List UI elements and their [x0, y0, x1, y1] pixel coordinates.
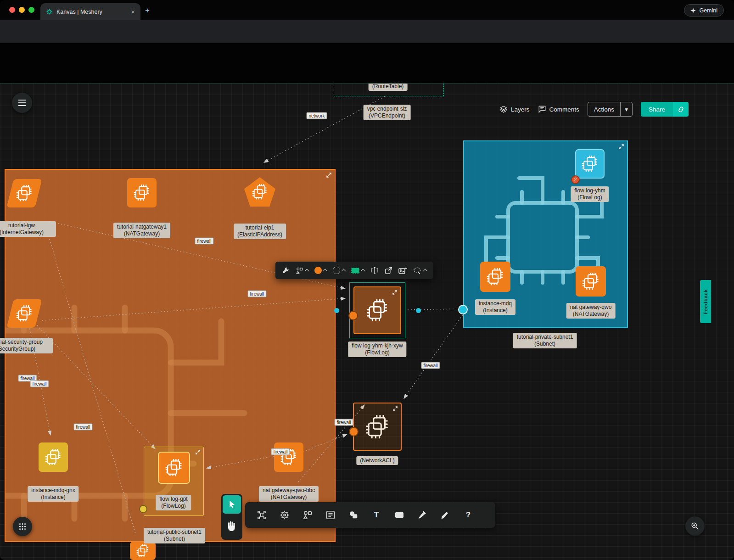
node-label-igw: tutorial-igw(InternetGateway)	[0, 221, 56, 237]
design-canvas[interactable]: (RouteTable) vpc endpoint-slz(VPCEndpoin…	[0, 84, 734, 560]
node-nat-gateway-1[interactable]	[127, 178, 157, 207]
node-label-flowlog-selected: flow log-yhm-kjh-xyw(FlowLog)	[348, 342, 406, 357]
rename-tool[interactable]	[370, 267, 379, 274]
shapes-tool[interactable]	[296, 267, 308, 274]
pan-hand-tool[interactable]	[226, 520, 237, 532]
shape-style-tool[interactable]	[351, 268, 364, 274]
pen-tool[interactable]	[417, 510, 428, 521]
canvas-top-controls: Layers Comments Actions ▾ Share	[499, 102, 689, 117]
chevron-up-icon	[305, 269, 309, 274]
node-label-private-subnet: tutorial-private-subnet1(Subnet)	[513, 333, 577, 348]
node-label-security-group: tutorial-security-group(SecurityGroup)	[0, 338, 53, 353]
canvas-menu-button[interactable]	[12, 93, 32, 113]
comments-button[interactable]: Comments	[538, 105, 579, 113]
configure-tool[interactable]	[282, 267, 290, 274]
dashed-circle-icon	[333, 267, 340, 274]
bottom-toolbar: T ?	[245, 502, 495, 528]
media-shapes-tool[interactable]	[348, 510, 359, 521]
edge-handle[interactable]	[334, 308, 339, 313]
node-cutoff-bottom[interactable]	[130, 542, 156, 560]
browser-window: Kanvas | Meshery × + Gemini ← → kanvas.n…	[0, 0, 734, 560]
subnet-edge-handle[interactable]	[458, 305, 468, 314]
browser-tab[interactable]: Kanvas | Meshery ×	[40, 3, 140, 20]
brush-tool[interactable]	[440, 510, 451, 521]
node-label-eip1: tutorial-eip1(ElasticIPAddress)	[234, 224, 286, 239]
edge-label-network: network	[306, 112, 327, 119]
node-label-natgw-bbc: nat gateway-qwo-bbc(NATGateway)	[259, 486, 319, 502]
chevron-up-icon	[423, 269, 428, 274]
selected-node-badge[interactable]	[348, 311, 358, 320]
app-header: KANVAS / / aws ec2.yaml Design Operate ☺…	[0, 43, 734, 84]
node-label-flowlog-gpt: flow log-gpt(FlowLog)	[156, 495, 191, 510]
expand-icon[interactable]	[619, 144, 624, 149]
expand-icon[interactable]	[196, 450, 200, 454]
node-label-natgw-qwo: nat gateway-qwo(NATGateway)	[566, 303, 616, 319]
notes-tool[interactable]	[325, 510, 336, 521]
actions-caret[interactable]: ▾	[620, 102, 632, 116]
new-tab-button[interactable]: +	[145, 6, 150, 15]
node-label-natgw1: tutorial-natgateway1(NATGateway)	[113, 223, 170, 238]
shapes-palette-tool[interactable]	[302, 510, 313, 521]
edge-label-firewall: firewall	[271, 448, 290, 455]
node-label-instance-mdq: instance-mdq(Instance)	[475, 299, 515, 315]
flowlog-icon	[158, 452, 190, 484]
node-label-flowlog-yhm: flow log-yhm(FlowLog)	[571, 186, 609, 202]
chevron-up-icon	[361, 269, 365, 274]
open-in-new-tool[interactable]	[385, 267, 392, 274]
expand-icon[interactable]	[393, 406, 398, 411]
maximize-window-button[interactable]	[28, 7, 34, 13]
copy-link-icon[interactable]	[673, 102, 689, 117]
layers-icon	[499, 105, 508, 113]
feedback-tab[interactable]: Feedback	[700, 280, 711, 323]
flowlog-gpt-badge[interactable]	[139, 505, 147, 513]
help-tool[interactable]: ?	[463, 510, 474, 521]
node-instance-mdq-gnx[interactable]	[39, 442, 68, 472]
node-label-public-subnet: tutorial-public-subnet1(Subnet)	[144, 528, 205, 543]
stroke-style-tool[interactable]	[333, 267, 345, 274]
node-network-acl[interactable]	[353, 403, 402, 451]
tab-favicon	[46, 8, 53, 15]
node-nat-gateway-bbc[interactable]	[274, 442, 303, 472]
select-tool-active[interactable]	[223, 495, 241, 514]
close-tab-icon[interactable]: ×	[131, 8, 135, 16]
node-nat-gateway-qwo[interactable]	[576, 266, 606, 297]
layers-button[interactable]: Layers	[499, 105, 530, 113]
rectangle-tool[interactable]	[394, 510, 405, 521]
node-label-instance-gnx: instance-mdq-gnx(Instance)	[28, 486, 78, 502]
node-label-routetable: (RouteTable)	[369, 84, 408, 91]
lasso-tool[interactable]	[413, 267, 427, 274]
node-label-network-acl: (NetworkACL)	[356, 456, 398, 465]
kubernetes-tool[interactable]	[279, 510, 290, 521]
gemini-button[interactable]: Gemini	[684, 4, 724, 17]
browser-toolbar: ← → kanvas.new/extension/meshmap?mode=de…	[0, 20, 734, 43]
expand-icon[interactable]	[326, 173, 331, 178]
node-instance-mdq[interactable]	[480, 262, 510, 292]
fill-color-tool[interactable]	[314, 267, 327, 274]
window-controls[interactable]	[9, 7, 34, 13]
close-window-button[interactable]	[9, 7, 15, 13]
primary-tool-column	[221, 494, 242, 540]
text-tool[interactable]: T	[371, 510, 382, 521]
edge-label-firewall: firewall	[334, 419, 353, 426]
node-flowlog-selected[interactable]	[353, 286, 401, 334]
chevron-up-icon	[342, 269, 346, 274]
chevron-up-icon	[323, 269, 328, 274]
minimize-window-button[interactable]	[19, 7, 25, 13]
node-context-toolbar	[275, 262, 433, 279]
expand-icon[interactable]	[392, 290, 397, 295]
zoom-search-button[interactable]	[685, 516, 705, 536]
edge-label-firewall: firewall	[195, 238, 213, 245]
actions-button[interactable]: Actions ▾	[588, 102, 633, 117]
add-image-tool[interactable]	[398, 267, 407, 274]
network-acl-badge[interactable]	[349, 427, 359, 437]
widgets-grid-button[interactable]	[13, 517, 32, 536]
node-flowlog-yhm[interactable]	[575, 149, 605, 179]
tab-title: Kanvas | Meshery	[56, 9, 102, 15]
share-button[interactable]: Share	[641, 102, 689, 117]
flowlog-yhm-count-badge[interactable]: 2	[571, 175, 580, 184]
edge-handle[interactable]	[416, 308, 421, 313]
rect-style-icon	[351, 268, 359, 274]
component-graph-tool[interactable]	[256, 510, 267, 521]
gemini-star-icon	[690, 8, 696, 13]
edge-label-firewall: firewall	[73, 424, 92, 431]
